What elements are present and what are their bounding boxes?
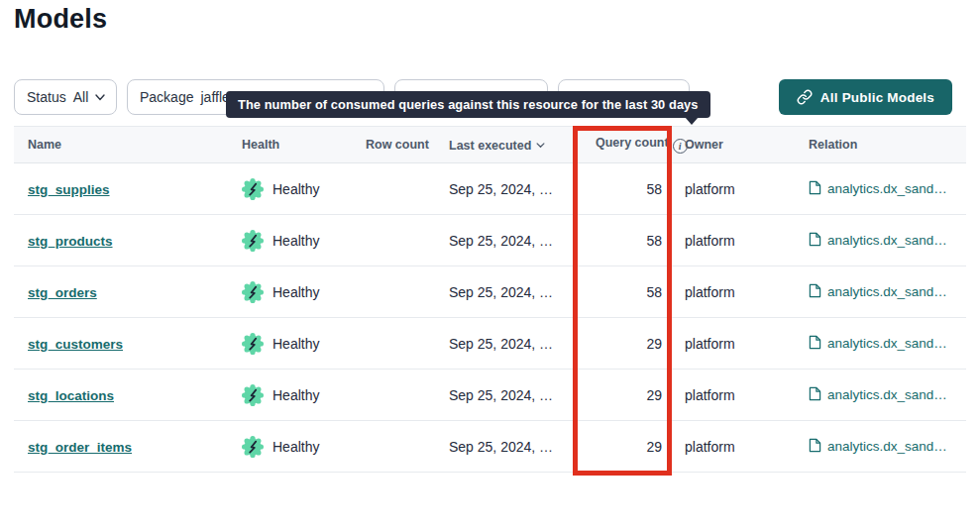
owner-cell: platform bbox=[671, 266, 795, 318]
package-filter-label: Package bbox=[140, 89, 193, 105]
query-count-label: Query count bbox=[596, 136, 669, 150]
health-label: Healthy bbox=[272, 439, 319, 455]
healthy-badge-icon bbox=[242, 178, 264, 200]
all-public-models-label: All Public Models bbox=[820, 90, 934, 105]
last-executed-cell: Sep 25, 2024, … bbox=[435, 215, 582, 266]
table-row: stg_supplies Healthy Sep 25, 2024, … 58 … bbox=[14, 163, 966, 215]
relation-link[interactable]: analytics.dx_sand… bbox=[827, 233, 947, 248]
link-icon bbox=[797, 89, 813, 105]
file-icon bbox=[809, 386, 821, 404]
status-filter-value: All bbox=[73, 89, 89, 105]
column-header-relation: Relation bbox=[795, 127, 966, 163]
healthy-badge-icon bbox=[242, 281, 264, 303]
health-label: Healthy bbox=[272, 336, 319, 352]
file-icon bbox=[809, 232, 821, 250]
status-filter-label: Status bbox=[27, 89, 66, 105]
models-table: Name Health Row count Last executed Quer… bbox=[14, 126, 966, 473]
row-count-cell bbox=[352, 163, 435, 215]
chevron-down-icon bbox=[95, 94, 105, 101]
health-label: Healthy bbox=[272, 233, 319, 249]
model-link[interactable]: stg_locations bbox=[28, 388, 114, 403]
query-count-cell: 29 bbox=[582, 421, 671, 473]
table-header-row: Name Health Row count Last executed Quer… bbox=[14, 127, 966, 163]
column-header-query-count[interactable]: Query counti bbox=[582, 127, 671, 163]
models-page: Models Status All Package jaffle_ bbox=[0, 0, 980, 531]
row-count-cell bbox=[352, 215, 435, 266]
column-header-last-executed[interactable]: Last executed bbox=[435, 127, 582, 163]
row-count-cell bbox=[352, 370, 435, 421]
healthy-badge-icon bbox=[242, 436, 264, 458]
row-count-cell bbox=[352, 421, 435, 473]
owner-cell: platform bbox=[671, 318, 795, 370]
health-label: Healthy bbox=[272, 284, 319, 300]
column-header-name: Name bbox=[14, 127, 228, 163]
relation-link[interactable]: analytics.dx_sand… bbox=[827, 387, 947, 402]
model-link[interactable]: stg_products bbox=[28, 234, 113, 249]
model-link[interactable]: stg_supplies bbox=[28, 182, 110, 197]
healthy-badge-icon bbox=[242, 384, 264, 406]
healthy-badge-icon bbox=[242, 333, 264, 355]
health-label: Healthy bbox=[272, 181, 319, 197]
last-executed-cell: Sep 25, 2024, … bbox=[435, 370, 582, 421]
status-filter[interactable]: Status All bbox=[14, 79, 117, 115]
table-row: stg_locations Healthy Sep 25, 2024, … 29… bbox=[14, 370, 966, 421]
owner-cell: platform bbox=[671, 370, 795, 421]
query-count-cell: 58 bbox=[582, 163, 671, 215]
column-header-health: Health bbox=[228, 127, 352, 163]
query-count-cell: 29 bbox=[582, 318, 671, 370]
table-row: stg_order_items Healthy Sep 25, 2024, … … bbox=[14, 421, 966, 473]
relation-link[interactable]: analytics.dx_sand… bbox=[827, 336, 947, 351]
model-link[interactable]: stg_order_items bbox=[28, 440, 132, 455]
relation-link[interactable]: analytics.dx_sand… bbox=[827, 439, 947, 454]
file-icon bbox=[809, 438, 821, 456]
last-executed-cell: Sep 25, 2024, … bbox=[435, 421, 582, 473]
row-count-cell bbox=[352, 318, 435, 370]
last-executed-cell: Sep 25, 2024, … bbox=[435, 163, 582, 215]
last-executed-cell: Sep 25, 2024, … bbox=[435, 266, 582, 318]
table-row: stg_customers Healthy Sep 25, 2024, … 29… bbox=[14, 318, 966, 370]
owner-cell: platform bbox=[671, 215, 795, 266]
table-row: stg_products Healthy Sep 25, 2024, … 58 … bbox=[14, 215, 966, 266]
model-link[interactable]: stg_customers bbox=[28, 337, 123, 352]
model-link[interactable]: stg_orders bbox=[28, 285, 97, 300]
column-header-row-count: Row count bbox=[352, 127, 435, 163]
last-executed-cell: Sep 25, 2024, … bbox=[435, 318, 582, 370]
owner-cell: platform bbox=[671, 163, 795, 215]
file-icon bbox=[809, 335, 821, 353]
page-title: Models bbox=[14, 4, 107, 35]
query-count-cell: 58 bbox=[582, 266, 671, 318]
query-count-cell: 58 bbox=[582, 215, 671, 266]
health-label: Healthy bbox=[272, 387, 319, 403]
all-public-models-button[interactable]: All Public Models bbox=[779, 79, 952, 115]
row-count-cell bbox=[352, 266, 435, 318]
last-executed-label: Last executed bbox=[449, 139, 531, 153]
file-icon bbox=[809, 283, 821, 301]
table-row: stg_orders Healthy Sep 25, 2024, … 58 pl… bbox=[14, 266, 966, 318]
owner-cell: platform bbox=[671, 421, 795, 473]
column-header-owner: Owner bbox=[671, 127, 795, 163]
tooltip-arrow bbox=[685, 117, 699, 125]
query-count-cell: 29 bbox=[582, 370, 671, 421]
query-count-tooltip: The number of consumed queries against t… bbox=[226, 91, 710, 118]
relation-link[interactable]: analytics.dx_sand… bbox=[827, 181, 947, 196]
healthy-badge-icon bbox=[242, 230, 264, 252]
tooltip-text: The number of consumed queries against t… bbox=[238, 97, 699, 112]
relation-link[interactable]: analytics.dx_sand… bbox=[827, 284, 947, 299]
sort-chevron-icon bbox=[536, 138, 545, 152]
file-icon bbox=[809, 180, 821, 198]
